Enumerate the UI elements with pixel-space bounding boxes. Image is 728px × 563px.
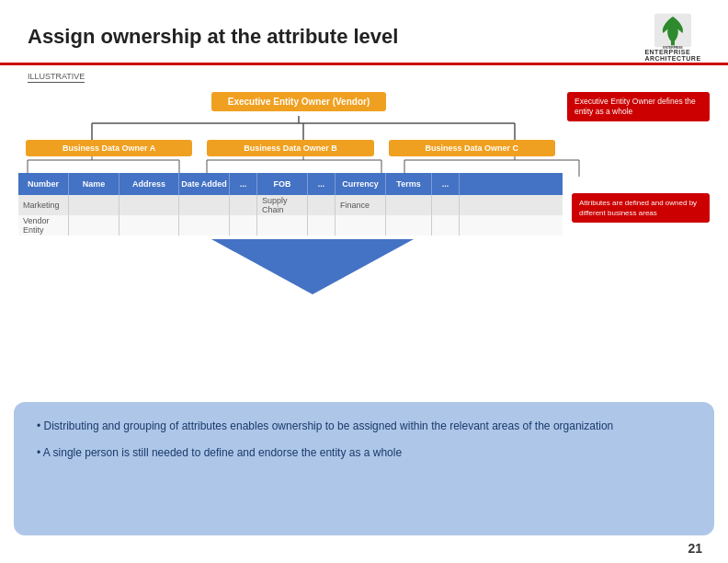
cell-r2-terms — [386, 215, 432, 236]
bullet-2: • A single person is still needed to def… — [37, 445, 691, 461]
cell-r1-date — [179, 195, 230, 215]
data-row-2: Vendor Entity — [18, 215, 563, 236]
svg-rect-1 — [671, 40, 675, 45]
col-dots-3: ... — [432, 173, 460, 195]
col-fob: FOB — [257, 173, 308, 195]
col-date-added: Date Added — [179, 173, 230, 195]
cell-r2-currency — [336, 215, 386, 236]
cell-r1-terms — [386, 195, 432, 215]
col-name: Name — [69, 173, 119, 195]
col-address: Address — [119, 173, 179, 195]
bdo-box-c: Business Data Owner C — [389, 140, 555, 156]
cell-finance: Finance — [336, 195, 386, 215]
cell-r1-name — [69, 195, 119, 215]
exec-callout: Executive Entity Owner defines the entit… — [567, 92, 710, 121]
blue-panel: • Distributing and grouping of attribute… — [14, 402, 714, 535]
cell-vendor-entity: Vendor Entity — [18, 215, 69, 236]
bdo-box-b: Business Data Owner B — [207, 140, 373, 156]
exec-owner-box: Executive Entity Owner (Vendor) — [211, 92, 386, 111]
page-number: 21 — [688, 541, 702, 556]
cell-r2-name — [69, 215, 119, 236]
logo: ENTERPRISE ENTERPRISEARCHITECTURE — [636, 11, 710, 62]
header: Assign ownership at the attribute level … — [28, 11, 710, 62]
top-divider — [0, 63, 728, 65]
cell-marketing: Marketing — [18, 195, 69, 215]
cell-r2-date — [179, 215, 230, 236]
bullet-1: • Distributing and grouping of attribute… — [37, 419, 691, 434]
col-dots-2: ... — [308, 173, 336, 195]
cell-r2-d3 — [432, 215, 460, 236]
page-title: Assign ownership at the attribute level — [28, 25, 398, 49]
cell-r2-addr — [119, 215, 179, 236]
col-terms: Terms — [386, 173, 432, 195]
cell-r2-d1 — [230, 215, 257, 236]
illustrative-label: ILLUSTRATIVE — [28, 72, 85, 83]
blue-arrow — [211, 239, 414, 296]
cell-supply-chain: Supply Chain — [257, 195, 308, 215]
attr-callout: Attributes are defined and owned by diff… — [572, 193, 710, 223]
col-number: Number — [18, 173, 69, 195]
cell-r2-fob — [257, 215, 308, 236]
bdo-row: Business Data Owner A Business Data Owne… — [18, 140, 563, 156]
cell-r1-d3 — [432, 195, 460, 215]
cell-r2-d2 — [308, 215, 336, 236]
cell-r1-d2 — [308, 195, 336, 215]
attr-header-row: Number Name Address Date Added ... FOB .… — [18, 173, 563, 195]
col-dots-1: ... — [230, 173, 257, 195]
logo-icon: ENTERPRISE — [654, 12, 691, 49]
cell-r1-d1 — [230, 195, 257, 215]
svg-marker-20 — [211, 239, 414, 294]
logo-text: ENTERPRISEARCHITECTURE — [644, 49, 700, 62]
col-currency: Currency — [336, 173, 386, 195]
cell-r1-addr — [119, 195, 179, 215]
bdo-box-a: Business Data Owner A — [26, 140, 192, 156]
data-row-1: Marketing Supply Chain Finance — [18, 195, 563, 215]
